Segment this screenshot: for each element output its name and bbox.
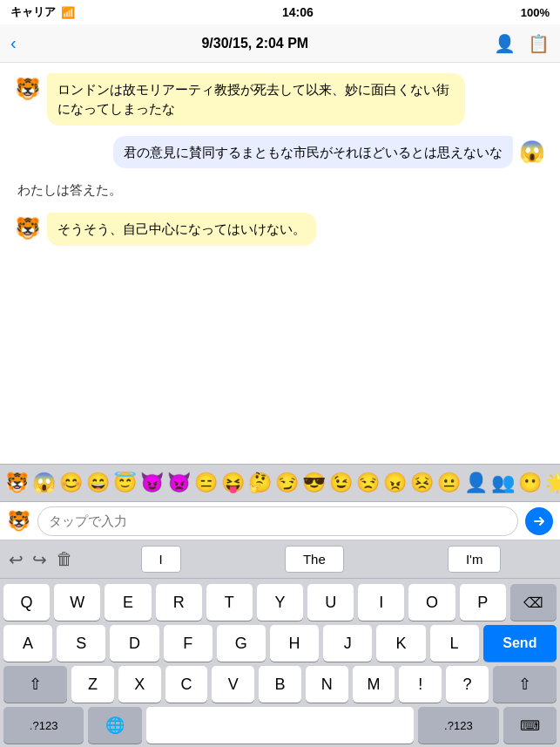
emoji-people[interactable]: 👥 (491, 472, 515, 494)
toolbar-suggestions: ↩ ↪ 🗑 I The I'm (0, 540, 560, 579)
key-numbers-right[interactable]: .?123 (418, 707, 498, 744)
key-row-1: Q W E R T Y U I O P ⌫ (3, 584, 557, 621)
key-e[interactable]: E (105, 584, 151, 621)
key-delete[interactable]: ⌫ (510, 584, 557, 621)
undo-button[interactable]: ↩ (9, 549, 24, 570)
carrier-label: キャリア (10, 4, 56, 20)
emoji-expressionless[interactable]: 😑 (194, 472, 218, 494)
emoji-smirk[interactable]: 😏 (275, 472, 299, 494)
key-globe[interactable]: 🌐 (88, 707, 142, 744)
emoji-cool[interactable]: 😎 (302, 472, 326, 494)
key-q[interactable]: Q (3, 584, 50, 621)
key-t[interactable]: T (206, 584, 253, 621)
status-time: 14:06 (282, 5, 314, 19)
key-y[interactable]: Y (257, 584, 303, 621)
suggestion-bar: I The I'm (82, 540, 560, 578)
avatar: 🐯 (14, 214, 42, 242)
input-avatar: 🐯 (7, 510, 30, 533)
bubble-received: ロンドンは故モリアーティ教授が死去して以来、妙に面白くない街になってしまったな (47, 73, 465, 126)
key-z[interactable]: Z (71, 666, 114, 703)
bubble-sent: 君の意見に賛同するまともな市民がそれほどいるとは思えないな (113, 136, 513, 169)
send-button[interactable]: Send (483, 625, 557, 662)
send-arrow-button[interactable] (525, 507, 553, 535)
emoji-confounded[interactable]: 😣 (410, 472, 434, 494)
key-w[interactable]: W (54, 584, 100, 621)
key-n[interactable]: N (306, 666, 348, 703)
chat-area: 🐯 ロンドンは故モリアーティ教授が死去して以来、妙に面白くない街になってしまった… (0, 63, 560, 464)
key-f[interactable]: F (164, 625, 213, 662)
nav-icons: 👤 📋 (494, 33, 550, 54)
key-keyboard[interactable]: ⌨ (503, 707, 557, 744)
emoji-smiling-devil[interactable]: 😈 (140, 472, 164, 494)
input-bar: 🐯 (0, 502, 560, 540)
narration-row: わたしは答えた。 (14, 179, 546, 202)
bubble-received: そうそう、自己中心になってはいけない。 (47, 213, 316, 246)
key-d[interactable]: D (110, 625, 159, 662)
key-space[interactable] (146, 707, 415, 744)
key-numbers[interactable]: .?123 (3, 707, 84, 744)
back-button[interactable]: ‹ (10, 33, 17, 53)
nav-bar: ‹ 9/30/15, 2:04 PM 👤 📋 (0, 24, 560, 63)
key-row-2: A S D F G H J K L Send (3, 625, 557, 662)
emoji-star[interactable]: 🌟 (545, 472, 560, 494)
emoji-thinking[interactable]: 🤔 (248, 472, 272, 494)
key-j[interactable]: J (323, 625, 372, 662)
key-s[interactable]: S (57, 625, 105, 662)
key-k[interactable]: K (376, 625, 425, 662)
emoji-neutral[interactable]: 😐 (437, 472, 461, 494)
key-b[interactable]: B (259, 666, 301, 703)
key-p[interactable]: P (460, 584, 506, 621)
key-i[interactable]: I (358, 584, 404, 621)
emoji-smile[interactable]: 😊 (59, 472, 83, 494)
emoji-wink[interactable]: 😉 (329, 472, 353, 494)
suggestion-i[interactable]: I (141, 546, 181, 573)
emoji-halo[interactable]: 😇 (113, 472, 137, 494)
wifi-icon: 📶 (61, 6, 75, 19)
emoji-person[interactable]: 👤 (464, 472, 488, 494)
key-exclamation[interactable]: ! (399, 666, 442, 703)
key-m[interactable]: M (353, 666, 395, 703)
redo-button[interactable]: ↪ (32, 549, 47, 570)
emoji-unamused[interactable]: 😒 (356, 472, 380, 494)
nav-title: 9/30/15, 2:04 PM (201, 36, 308, 51)
key-c[interactable]: C (165, 666, 208, 703)
key-g[interactable]: G (217, 625, 266, 662)
message-row: 🐯 ロンドンは故モリアーティ教授が死去して以来、妙に面白くない街になってしまった… (14, 73, 546, 126)
key-question[interactable]: ? (446, 666, 489, 703)
key-h[interactable]: H (270, 625, 319, 662)
key-v[interactable]: V (212, 666, 254, 703)
arrow-right-icon (532, 514, 546, 528)
key-shift-right[interactable]: ⇧ (493, 666, 557, 703)
emoji-angry-devil[interactable]: 👿 (167, 472, 191, 494)
key-row-3: ⇧ Z X C V B N M ! ? ⇧ (3, 666, 557, 703)
narration-text: わたしは答えた。 (17, 179, 122, 202)
suggestion-the[interactable]: The (285, 546, 344, 573)
keyboard: Q W E R T Y U I O P ⌫ A S D F G H J K L … (0, 579, 560, 747)
key-x[interactable]: X (118, 666, 161, 703)
message-row: 🐯 そうそう、自己中心になってはいけない。 (14, 213, 546, 246)
emoji-angry[interactable]: 😠 (383, 472, 407, 494)
toolbar: ↩ ↪ 🗑 (0, 540, 82, 578)
person-icon[interactable]: 👤 (494, 33, 516, 54)
key-shift-left[interactable]: ⇧ (3, 666, 67, 703)
delete-button[interactable]: 🗑 (56, 549, 73, 569)
emoji-grin[interactable]: 😄 (86, 472, 110, 494)
avatar: 🐯 (14, 75, 42, 103)
emoji-bar[interactable]: 🐯 😱 😊 😄 😇 😈 👿 😑 😝 🤔 😏 😎 😉 😒 😠 😣 😐 👤 👥 😶 … (0, 464, 560, 502)
key-r[interactable]: R (156, 584, 202, 621)
status-battery: 100% (521, 6, 550, 19)
doc-icon[interactable]: 📋 (528, 33, 550, 54)
key-o[interactable]: O (408, 584, 455, 621)
key-u[interactable]: U (307, 584, 354, 621)
emoji-tongue[interactable]: 😝 (221, 472, 245, 494)
suggestion-im[interactable]: I'm (448, 546, 502, 573)
message-input[interactable] (37, 506, 518, 536)
status-left: キャリア 📶 (10, 4, 75, 20)
emoji-blank[interactable]: 😶 (518, 472, 542, 494)
emoji-scream[interactable]: 😱 (32, 472, 56, 494)
key-a[interactable]: A (3, 625, 52, 662)
status-bar: キャリア 📶 14:06 100% (0, 0, 560, 24)
key-l[interactable]: L (430, 625, 479, 662)
emoji-tiger[interactable]: 🐯 (5, 472, 29, 494)
avatar: 😱 (518, 138, 546, 166)
